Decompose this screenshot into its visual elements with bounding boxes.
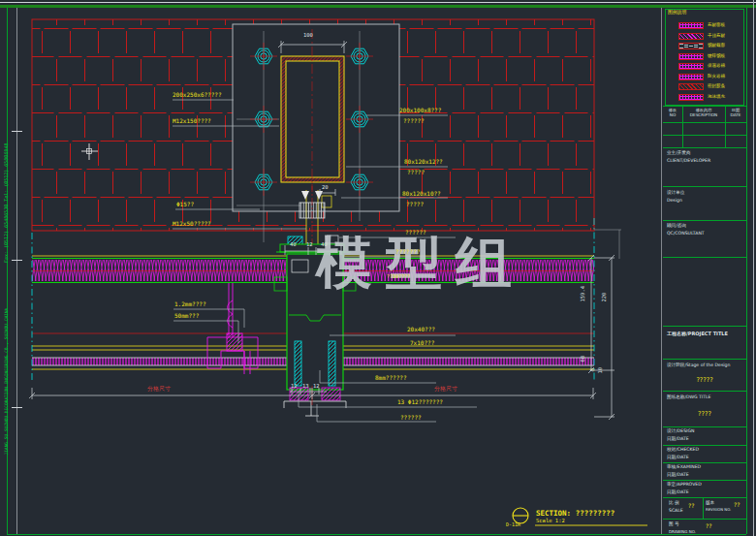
approved-date: 日期/DATE (667, 489, 689, 495)
dim-10: 10 (598, 367, 604, 374)
qc-label-en: QC/CONSULTANT (667, 231, 705, 236)
annotation-plate-size: 200x250x6????? (173, 92, 222, 98)
revision-value: ?? (734, 502, 740, 508)
annotation-r3-line1: 80x120x10?? (402, 191, 441, 197)
checked-label: 校对/CHECKED (667, 447, 699, 453)
tb-sep (663, 426, 746, 427)
tb-sep (663, 147, 746, 148)
legend-label-7: 泡沫填充 (708, 95, 725, 100)
dwg-title-label: 图纸名称/DWG TITLE (667, 394, 710, 400)
checked-date: 日期/DATE (667, 455, 689, 460)
dim-12b: 12 (291, 384, 298, 390)
legend-swatch-5 (678, 74, 704, 80)
annotation-gasket: 7x10??? (410, 340, 434, 346)
legend-swatch-4 (678, 63, 704, 70)
annotation-insulation-note: ??30???? (387, 274, 410, 279)
section-ref: D-11R (506, 522, 520, 527)
annotation-panel-8mm: 8mm?????? (375, 375, 407, 381)
dim-20: 20 (322, 185, 329, 191)
stage-label: 设计阶段/Stage of the Design (667, 363, 730, 368)
legend-title: 图例说明 (668, 11, 686, 16)
legend-label-0: 石材面板 (708, 23, 725, 28)
stage-value: ????? (663, 377, 746, 384)
tb-sep (663, 122, 746, 123)
legend-label-6: 密封胶条 (708, 84, 725, 89)
section-scale: Scale 1:2 (536, 519, 565, 524)
legend-swatch-1 (678, 33, 704, 40)
watermark-text: 模型组 (316, 235, 525, 291)
design-row-date: 日期/DATE (667, 436, 689, 442)
annotation-bolt-top: M12x150???? (173, 118, 211, 124)
drawing-no-value: ?? (706, 523, 711, 529)
approved-label: 审定/APPROVED (667, 482, 702, 488)
tb-sep (663, 220, 746, 221)
legend-label-3: 镀锌钢板 (708, 54, 725, 59)
drawing-no-label-en: DRAWING NO. (669, 529, 696, 534)
legend-swatch-3 (678, 53, 704, 60)
scale-value: ?? (688, 503, 694, 509)
dim-12c: 12 (313, 384, 320, 390)
legend-label-1: 干挂石材 (708, 34, 725, 39)
annotation-steel-angle: 20x40??? (407, 327, 435, 332)
drawing-no-label-cn: 图 号 (669, 521, 679, 527)
tb-sep (663, 445, 746, 446)
title-block: 图例说明 石材面板 干挂石材 钢材截面 镀锌钢板 保温岩棉 防火岩棉 密封胶条 … (663, 8, 746, 534)
dim-40b: 40 (321, 242, 328, 248)
client-label-cn: 业主/开发商 (667, 150, 691, 156)
annotation-r1-line2: ?????? (403, 118, 425, 124)
annotation-bolt-13: 13 Φ12??????? (397, 399, 443, 405)
dim-159-4: 159.4 (581, 286, 586, 302)
legend-label-4: 保温岩棉 (708, 64, 725, 69)
tb-sep (663, 497, 746, 498)
section-title: SECTION: ????????? (536, 510, 614, 518)
tb-sep (663, 186, 746, 187)
dim-40a: 40 (290, 242, 297, 248)
design-row-label: 设计/DESIGN (667, 428, 694, 434)
cad-viewport: Fax: (0512) 65486530 Tel: (0512) 6580694… (0, 0, 756, 536)
rev-col-desc: 修改内容DESCRIPTION (682, 108, 725, 118)
legend-label-5: 防火岩棉 (708, 75, 725, 79)
tb-sep (663, 326, 746, 327)
annotation-bolt-bottom: M12x50????? (173, 221, 211, 227)
revision-label-en: REVISION NO. (706, 508, 731, 513)
legend-label-2: 钢材截面 (708, 44, 725, 48)
annotation-r2-line2: ????? (407, 170, 425, 175)
dim-100: 100 (303, 33, 313, 39)
dim-12a: 12 (306, 242, 313, 248)
tb-sep (663, 519, 746, 520)
rev-col-no: 修改NO (663, 108, 682, 118)
dim-68: 68 (581, 356, 586, 363)
legend-swatch-2 (678, 43, 704, 49)
legend-swatch-0 (678, 22, 704, 29)
annotation-hole-dia: Φ15?? (176, 202, 194, 207)
annotation-r3-line2: ????? (406, 202, 424, 207)
dim-220: 220 (602, 293, 608, 302)
grid-dimension-left: 分格尺寸 (147, 386, 171, 392)
tb-sep (663, 391, 746, 392)
tb-sep (663, 359, 746, 360)
annotation-r4: ?????? (405, 230, 426, 236)
annotation-rockwool-50mm: 50mm??? (174, 313, 199, 319)
annotation-r2-line1: 80x120x12?? (404, 159, 443, 165)
legend-swatch-7 (678, 94, 704, 101)
dwg-title-value: ???? (663, 411, 746, 418)
examined-label: 审核/EXAMINED (667, 464, 701, 470)
dim-8: 8 (590, 368, 596, 371)
annotation-sheet-12mm: 1.2mm???? (174, 301, 206, 307)
tb-sep (663, 462, 746, 463)
tb-col-line (703, 497, 704, 520)
revision-label-cn: 版本 (706, 500, 714, 506)
scale-label-en: SCALE (669, 508, 683, 514)
client-label-en: CLIENT/DEVELOPER (667, 158, 710, 164)
qc-label-cn: 顾问/咨询 (667, 223, 686, 229)
annotation-bottom-note: ?????? (400, 415, 422, 421)
tb-sep (663, 257, 746, 258)
rev-col-date: 日期DATE (725, 108, 746, 118)
annotation-r5: ??????? (395, 249, 420, 255)
project-title-label: 工程名称/PROJECT TITLE (667, 331, 728, 337)
examined-date: 日期/DATE (667, 472, 689, 478)
legend-box (665, 9, 744, 106)
scale-label-cn: 比 例 (669, 500, 679, 506)
annotation-r1-line1: 200x100x8??? (399, 108, 441, 113)
tb-sep (663, 135, 746, 136)
